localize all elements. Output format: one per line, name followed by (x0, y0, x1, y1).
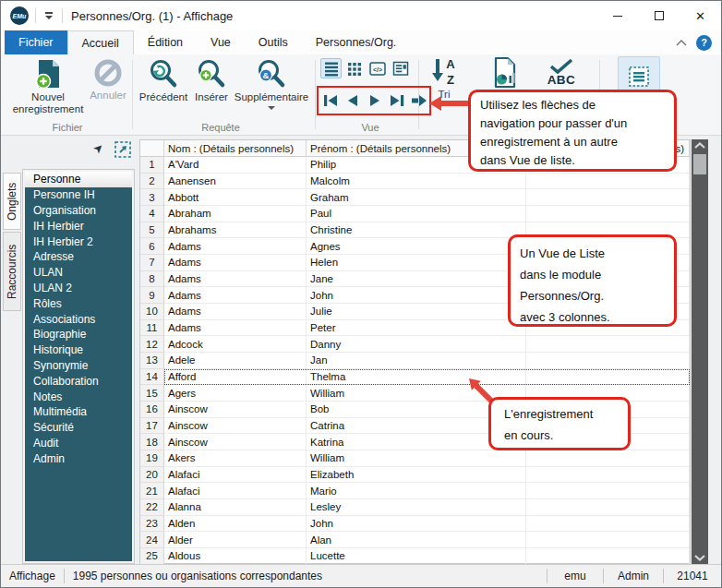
help-icon[interactable]: ? (696, 35, 712, 51)
records-table: Nom : (Détails personnels) Prénom : (Dét… (139, 139, 691, 564)
row-number: 12 (140, 336, 164, 353)
sidebar-item-ih-herbier-2[interactable]: IH Herbier 2 (25, 234, 132, 249)
sidebar-item-associations[interactable]: Associations (25, 311, 132, 327)
header-nom[interactable]: Nom : (Détails personnels) (164, 140, 307, 157)
cell-nom: Alafaci (164, 467, 307, 484)
sidebar-item-collaboration[interactable]: Collaboration (25, 373, 132, 389)
sidebar-tab-raccourcis[interactable]: Raccourcis (3, 232, 21, 311)
cell-prenom: Danny (307, 336, 526, 353)
additional-search-icon: & (256, 58, 287, 90)
cell-nom: Alafaci (164, 483, 307, 499)
scroll-up-icon (693, 142, 706, 150)
title-bar: EMu Personnes/Org. (1) - Affichage ✕ (1, 1, 721, 30)
table-row[interactable]: 3AbbottGraham (140, 189, 690, 206)
table-row[interactable]: 25AldousLucette (140, 548, 690, 565)
cell-nom: Alanna (164, 499, 307, 516)
table-row[interactable]: 19AkersWilliam (140, 450, 690, 467)
sidebar-item-s-curit[interactable]: Sécurité (25, 420, 132, 436)
sidebar-item-r-les[interactable]: Rôles (25, 295, 132, 311)
sidebar-item-audit[interactable]: Audit (25, 436, 132, 451)
pointer-icon[interactable]: ➤ (90, 139, 106, 156)
view-grid-button[interactable] (343, 58, 365, 78)
spellcheck-icon (548, 58, 574, 74)
header-rownum[interactable] (140, 140, 164, 157)
tab-personnes-org[interactable]: Personnes/Org. (302, 30, 411, 54)
additional-search-button[interactable]: & Supplémentaire (232, 58, 311, 110)
cell-nom: Abbott (164, 189, 307, 206)
row-number: 1 (140, 157, 164, 174)
cell-nom: Abrahams (164, 222, 307, 239)
sidebar-item-organisation[interactable]: Organisation (25, 203, 132, 219)
minimize-button[interactable] (596, 1, 638, 30)
emu-logo-icon: EMu (10, 6, 29, 25)
sidebar-tab-onglets[interactable]: Onglets (3, 173, 21, 230)
report-icon (489, 56, 521, 90)
insert-search-label: Insérer (195, 91, 228, 103)
marquee-icon[interactable] (114, 140, 132, 159)
maximize-button[interactable] (638, 1, 680, 30)
tab-accueil[interactable]: Accueil (67, 30, 134, 54)
scrollbar-thumb[interactable] (693, 154, 706, 174)
sidebar-item-ulan-2[interactable]: ULAN 2 (25, 281, 132, 296)
quick-access-dropdown-icon[interactable] (42, 8, 55, 23)
tab-fichier[interactable]: Fichier (5, 30, 67, 54)
svg-text:Z: Z (447, 73, 454, 87)
sidebar-item-admin[interactable]: Admin (25, 450, 132, 466)
table-row[interactable]: 23AldenJohn (140, 516, 690, 533)
cell-prenom: John (307, 516, 526, 533)
sidebar-item-synonymie[interactable]: Synonymie (25, 358, 132, 374)
tab-edition[interactable]: Édition (134, 30, 197, 54)
qa-bar (45, 12, 53, 14)
close-button[interactable]: ✕ (680, 1, 721, 30)
table-row[interactable]: 24AlderAlan (140, 532, 690, 548)
cell-col3 (526, 206, 690, 222)
cell-prenom: Julie (307, 304, 526, 320)
scroll-up-button[interactable] (692, 139, 708, 152)
view-list-button[interactable] (320, 58, 342, 78)
cell-col3 (526, 548, 690, 565)
table-row[interactable]: 4AbrahamPaul (140, 206, 690, 222)
sidebar-item-adresse[interactable]: Adresse (25, 249, 132, 265)
sidebar-item-personne[interactable]: Personne (25, 172, 132, 187)
view-form-button[interactable] (390, 58, 411, 78)
cell-prenom: Lucette (307, 548, 526, 565)
table-row[interactable]: 21AlafaciMario (140, 483, 690, 499)
row-number: 10 (140, 304, 164, 320)
sidebar-item-personne-ih[interactable]: Personne IH (25, 187, 132, 203)
table-scrollbar[interactable] (692, 139, 708, 564)
previous-search-button[interactable]: Précédent (136, 58, 191, 103)
sidebar-item-ih-herbier[interactable]: IH Herbier (25, 218, 132, 234)
cell-nom: Afford (164, 369, 307, 386)
table-row[interactable]: 12AdcockDanny (140, 336, 690, 353)
sidebar-item-historique[interactable]: Historique (25, 342, 132, 358)
new-record-button[interactable]: Nouvel enregistrement (8, 58, 88, 115)
table-row[interactable]: 2AanensenMalcolm (140, 174, 690, 190)
cell-nom: A'Vard (164, 157, 307, 174)
table-row[interactable]: 22AlannaLesley (140, 499, 690, 516)
previous-search-label: Précédent (139, 91, 187, 103)
scroll-down-button[interactable] (692, 551, 708, 564)
row-number: 9 (140, 287, 164, 304)
tab-vue[interactable]: Vue (197, 30, 245, 54)
spellcheck-button[interactable]: ABC (538, 58, 584, 86)
ribbon-separator (132, 60, 133, 129)
table-row[interactable]: 20AlafaciElizabeth (140, 467, 690, 484)
view-code-button[interactable]: </> (367, 58, 388, 78)
table-row[interactable]: 13AdeleJan (140, 353, 690, 369)
table-row[interactable]: 14AffordThelma (140, 369, 690, 386)
tab-outils[interactable]: Outils (245, 30, 302, 54)
sort-icon: A Z (429, 56, 459, 88)
cell-nom: Adams (164, 287, 307, 304)
collapse-ribbon-icon[interactable] (676, 40, 687, 46)
sidebar-item-ulan[interactable]: ULAN (25, 265, 132, 281)
sidebar-item-biographie[interactable]: Biographie (25, 327, 132, 342)
cell-nom: Adams (164, 238, 307, 255)
cancel-button[interactable]: Annuler (86, 58, 130, 102)
cell-col3 (526, 189, 690, 206)
sidebar-item-notes[interactable]: Notes (25, 389, 132, 404)
report-button[interactable] (485, 56, 525, 90)
insert-search-button[interactable]: Insérer (191, 58, 232, 103)
sidebar-item-multim-dia[interactable]: Multimédia (25, 404, 132, 420)
cell-prenom: Agnes (307, 238, 526, 255)
status-user: emu (548, 570, 603, 582)
